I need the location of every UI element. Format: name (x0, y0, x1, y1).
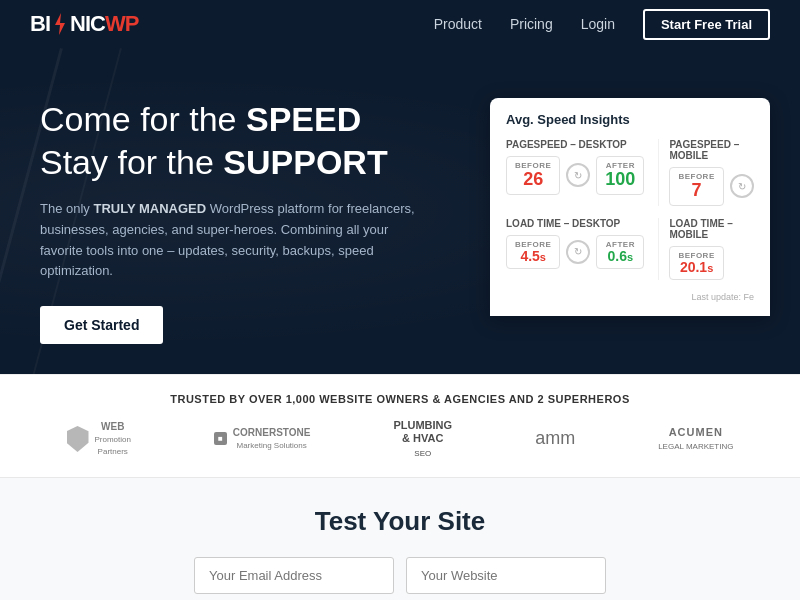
speed-arrow-icon-3: ↻ (566, 240, 590, 264)
cornerstone-text: CORNERSTONEMarketing Solutions (233, 427, 311, 451)
loadtime-mobile-label: Load Time – Mobile (669, 218, 754, 240)
desktop-before-val: 26 (515, 170, 551, 190)
hero-title-line1: Come for the SPEED (40, 100, 361, 138)
speed-last-update: Last update: Fe (506, 292, 754, 302)
nav-login[interactable]: Login (581, 16, 615, 32)
acumen-text: ACUMENLEGAL MARKETING (658, 426, 733, 452)
pagespeed-desktop-section: PageSpeed – Desktop BEFORE 26 ↻ AFTER 10… (506, 139, 644, 206)
loadtime-desktop-after-box: AFTER 0.6s (596, 235, 644, 269)
logo[interactable]: BI NICWP (30, 11, 138, 37)
loadtime-desktop-label: Load Time – Desktop (506, 218, 644, 229)
logo-acumen: ACUMENLEGAL MARKETING (658, 426, 733, 452)
website-input[interactable] (406, 557, 606, 594)
hero-speed-word: SPEED (246, 100, 361, 138)
web-promotion-shield-icon (67, 426, 89, 452)
speed-arrow-icon-2: ↻ (730, 174, 754, 198)
start-free-trial-button[interactable]: Start Free Trial (643, 9, 770, 40)
test-your-site-section: Test Your Site Test My Site (0, 477, 800, 600)
navbar: BI NICWP Product Pricing Login Start Fre… (0, 0, 800, 48)
speed-arrow-icon: ↻ (566, 163, 590, 187)
logo-cornerstone: ■ CORNERSTONEMarketing Solutions (214, 427, 310, 451)
pagespeed-mobile-label: PageSpeed – Mobile (669, 139, 754, 161)
speed-card: Avg. Speed Insights PageSpeed – Desktop … (490, 98, 770, 316)
trusted-text: TRUSTED BY OVER 1,000 WEBSITE OWNERS & A… (30, 393, 770, 405)
pagespeed-desktop-label: PageSpeed – Desktop (506, 139, 644, 150)
logo-plumbing: PLUMBING& HVACSEO (393, 419, 452, 459)
amm-text: amm (535, 428, 575, 450)
loadtime-mobile-before-val: 20.1s (678, 260, 714, 275)
plumbing-text: PLUMBING& HVACSEO (393, 419, 452, 459)
pagespeed-mobile-section: PageSpeed – Mobile BEFORE 7 ↻ (658, 139, 754, 206)
email-input[interactable] (194, 557, 394, 594)
hero-left: Come for the SPEED Stay for the SUPPORT … (40, 88, 470, 344)
loadtime-mobile-row: BEFORE 20.1s (669, 246, 754, 280)
loadtime-desktop-section: Load Time – Desktop BEFORE 4.5s ↻ AFTER … (506, 218, 644, 280)
desktop-before-box: BEFORE 26 (506, 156, 560, 195)
logo-amm: amm (535, 428, 575, 450)
hero-support-word: SUPPORT (223, 143, 387, 181)
loadtime-mobile-before-box: BEFORE 20.1s (669, 246, 723, 280)
web-promotion-text: WEBPromotionPartners (95, 421, 131, 457)
hero-title-line2: Stay for the SUPPORT (40, 143, 388, 181)
hero-subtitle: The only TRULY MANAGED WordPress platfor… (40, 199, 420, 282)
desktop-after-box: AFTER 100 (596, 156, 644, 195)
nav-product[interactable]: Product (434, 16, 482, 32)
trusted-logos: WEBPromotionPartners ■ CORNERSTONEMarket… (30, 419, 770, 459)
mobile-before-box: BEFORE 7 (669, 167, 723, 206)
desktop-after-val: 100 (605, 170, 635, 190)
pagespeed-desktop-row: BEFORE 26 ↻ AFTER 100 (506, 156, 644, 195)
svg-marker-0 (55, 13, 65, 35)
speed-card-title: Avg. Speed Insights (506, 112, 754, 127)
logo-text2: NIC (70, 11, 105, 37)
logo-text: BI (30, 11, 50, 37)
get-started-button[interactable]: Get Started (40, 306, 163, 344)
logo-wp: WP (105, 11, 138, 37)
loadtime-desktop-before-val: 4.5s (515, 249, 551, 264)
loadtime-mobile-section: Load Time – Mobile BEFORE 20.1s (658, 218, 754, 280)
nav-pricing[interactable]: Pricing (510, 16, 553, 32)
loadtime-desktop-after-val: 0.6s (605, 249, 635, 264)
cornerstone-box-icon: ■ (214, 432, 227, 445)
mobile-before-val: 7 (678, 181, 714, 201)
test-section-title: Test Your Site (30, 506, 770, 537)
logo-bolt-icon (51, 13, 69, 35)
logo-web-promotion: WEBPromotionPartners (67, 421, 131, 457)
test-inputs-row (30, 557, 770, 594)
nav-links: Product Pricing Login Start Free Trial (434, 9, 770, 40)
trusted-section: TRUSTED BY OVER 1,000 WEBSITE OWNERS & A… (0, 374, 800, 477)
pagespeed-mobile-row: BEFORE 7 ↻ (669, 167, 754, 206)
loadtime-desktop-before-box: BEFORE 4.5s (506, 235, 560, 269)
hero-title: Come for the SPEED Stay for the SUPPORT (40, 98, 470, 183)
hero-section: Come for the SPEED Stay for the SUPPORT … (0, 48, 800, 374)
loadtime-desktop-row: BEFORE 4.5s ↻ AFTER 0.6s (506, 235, 644, 269)
